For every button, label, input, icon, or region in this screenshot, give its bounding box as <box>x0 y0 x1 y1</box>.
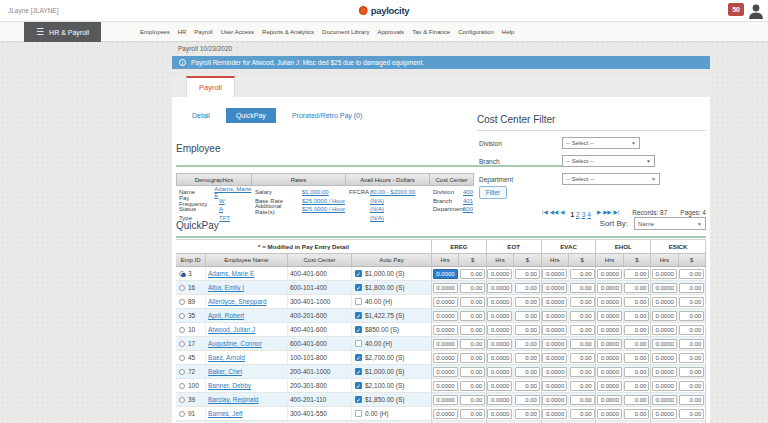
employee-name-link[interactable]: Barnes, Jeff <box>206 410 243 417</box>
notification-badge[interactable]: 50 <box>728 3 744 16</box>
pagination-prev-icon[interactable]: ◀ <box>560 209 564 215</box>
dollars-input-ereg[interactable]: 0.00 <box>460 367 485 377</box>
dollars-input-esick[interactable]: 0.00 <box>679 339 704 349</box>
nav-item-tax-finance[interactable]: Tax & Finance <box>412 29 450 35</box>
hrs-input-ereg[interactable]: 0.0000 <box>433 409 458 419</box>
hrs-input-esick[interactable]: 0.0000 <box>652 297 677 307</box>
summary-value-link[interactable]: Adams, Marie E <box>214 186 252 198</box>
employee-name-link[interactable]: Alba, Emily I <box>206 284 244 291</box>
auto-pay-checkbox[interactable]: ✓ <box>355 326 362 333</box>
pagination-prev-icon[interactable]: ◀◀ <box>550 209 558 215</box>
auto-pay-checkbox[interactable]: ✓ <box>355 354 362 361</box>
hrs-input-ehol[interactable]: 0.0000 <box>597 269 622 279</box>
employee-name-link[interactable]: Allerdyce, Sheppard <box>206 298 267 305</box>
summary-value-link[interactable]: $25.0000 / Hour <box>302 206 345 212</box>
row-select-radio[interactable] <box>179 271 185 277</box>
auto-pay-checkbox[interactable]: ✓ <box>355 396 362 403</box>
dollars-input-ereg[interactable]: 0.00 <box>460 283 485 293</box>
row-select-radio[interactable] <box>179 383 185 389</box>
row-select-radio[interactable] <box>179 341 185 347</box>
hrs-input-evac[interactable]: 0.0000 <box>542 311 567 321</box>
dollars-input-esick[interactable]: 0.00 <box>679 409 704 419</box>
sort-by-select[interactable]: Name ▼ <box>634 217 706 230</box>
nav-item-hr-payroll-active[interactable]: ☰ HR & Payroll <box>24 22 101 42</box>
summary-value-link[interactable]: (N/A) <box>370 198 384 204</box>
dollars-input-eot[interactable]: 0.00 <box>515 325 540 335</box>
employee-name-link[interactable]: Adams, Marie E <box>206 270 254 277</box>
nav-item-document-library[interactable]: Document Library <box>322 29 369 35</box>
dollars-input-evac[interactable]: 0.00 <box>570 367 595 377</box>
dollars-input-esick[interactable]: 0.00 <box>679 311 704 321</box>
hrs-input-eot[interactable]: 0.0000 <box>487 269 512 279</box>
dollars-input-ehol[interactable]: 0.00 <box>624 283 649 293</box>
subtab-quickpay[interactable]: QuickPay <box>226 108 276 123</box>
employee-name-link[interactable]: Atwood, Julian J <box>206 326 255 333</box>
dollars-input-esick[interactable]: 0.00 <box>679 395 704 405</box>
dollars-input-ehol[interactable]: 0.00 <box>624 381 649 391</box>
auto-pay-checkbox[interactable] <box>355 298 362 305</box>
dollars-input-evac[interactable]: 0.00 <box>570 339 595 349</box>
hrs-input-eot[interactable]: 0.0000 <box>487 283 512 293</box>
row-select-radio[interactable] <box>179 397 185 403</box>
auto-pay-checkbox[interactable]: ✓ <box>355 312 362 319</box>
hrs-input-evac[interactable]: 0.0000 <box>542 395 567 405</box>
dollars-input-evac[interactable]: 0.00 <box>570 269 595 279</box>
hrs-input-evac[interactable]: 0.0000 <box>542 353 567 363</box>
hrs-input-ehol[interactable]: 0.0000 <box>597 283 622 293</box>
dollars-input-esick[interactable]: 0.00 <box>679 325 704 335</box>
dollars-input-eot[interactable]: 0.00 <box>515 381 540 391</box>
dollars-input-eot[interactable]: 0.00 <box>515 353 540 363</box>
nav-item-reports-analytics[interactable]: Reports & Analytics <box>262 29 314 35</box>
auto-pay-checkbox[interactable] <box>355 340 362 347</box>
hrs-input-ereg[interactable]: 0.0000 <box>433 283 458 293</box>
pagination-prev-icon[interactable]: |◀ <box>542 209 548 215</box>
subtab-detail[interactable]: Detail <box>192 112 210 119</box>
dollars-input-esick[interactable]: 0.00 <box>679 297 704 307</box>
nav-item-approvals[interactable]: Approvals <box>377 29 404 35</box>
summary-value-link[interactable]: $1,000.00 <box>302 189 329 195</box>
dollars-input-ereg[interactable]: 0.00 <box>460 395 485 405</box>
pagination-page-3[interactable]: 3 <box>582 211 586 218</box>
hrs-input-evac[interactable]: 0.0000 <box>542 367 567 377</box>
summary-value-link[interactable]: 401 <box>463 198 473 204</box>
dollars-input-evac[interactable]: 0.00 <box>570 353 595 363</box>
pagination-next-icon[interactable]: ▶▶ <box>603 209 611 215</box>
dollars-input-esick[interactable]: 0.00 <box>679 367 704 377</box>
summary-value-link[interactable]: 400 <box>463 189 473 195</box>
hrs-input-ereg[interactable]: 0.0000 <box>433 353 458 363</box>
auto-pay-checkbox[interactable]: ✓ <box>355 284 362 291</box>
nav-item-help[interactable]: Help <box>502 29 514 35</box>
summary-value-link[interactable]: (N/A) <box>370 215 384 221</box>
employee-name-link[interactable]: Augustine, Connor <box>206 340 262 347</box>
employee-name-link[interactable]: Barclay, Reginald <box>206 396 258 403</box>
dollars-input-evac[interactable]: 0.00 <box>570 381 595 391</box>
nav-item-payroll[interactable]: Payroll <box>194 29 212 35</box>
row-select-radio[interactable] <box>179 355 185 361</box>
dollars-input-evac[interactable]: 0.00 <box>570 283 595 293</box>
dollars-input-evac[interactable]: 0.00 <box>570 409 595 419</box>
hrs-input-eot[interactable]: 0.0000 <box>487 297 512 307</box>
hrs-input-eot[interactable]: 0.0000 <box>487 353 512 363</box>
hrs-input-ehol[interactable]: 0.0000 <box>597 381 622 391</box>
hrs-input-eot[interactable]: 0.0000 <box>487 367 512 377</box>
subtab-prorated-retro-pay-0[interactable]: Prorated/Retro Pay (0) <box>292 112 362 119</box>
dollars-input-esick[interactable]: 0.00 <box>679 353 704 363</box>
row-select-radio[interactable] <box>179 327 185 333</box>
summary-value-link[interactable]: 80.00 - $2000.00 <box>370 189 415 195</box>
hrs-input-ehol[interactable]: 0.0000 <box>597 353 622 363</box>
dollars-input-eot[interactable]: 0.00 <box>515 283 540 293</box>
hrs-input-esick[interactable]: 0.0000 <box>652 367 677 377</box>
hrs-input-evac[interactable]: 0.0000 <box>542 409 567 419</box>
tab-payroll[interactable]: Payroll <box>186 76 235 97</box>
hrs-input-evac[interactable]: 0.0000 <box>542 269 567 279</box>
hrs-input-ehol[interactable]: 0.0000 <box>597 395 622 405</box>
dollars-input-ereg[interactable]: 0.00 <box>460 381 485 391</box>
hrs-input-esick[interactable]: 0.0000 <box>652 353 677 363</box>
auto-pay-checkbox[interactable]: ✓ <box>355 368 362 375</box>
hrs-input-esick[interactable]: 0.0000 <box>652 409 677 419</box>
auto-pay-checkbox[interactable]: ✓ <box>355 270 362 277</box>
dollars-input-ereg[interactable]: 0.00 <box>460 325 485 335</box>
hrs-input-ehol[interactable]: 0.0000 <box>597 325 622 335</box>
summary-value-link[interactable]: A <box>219 206 223 212</box>
hamburger-menu-icon[interactable]: ☰ <box>36 28 44 37</box>
